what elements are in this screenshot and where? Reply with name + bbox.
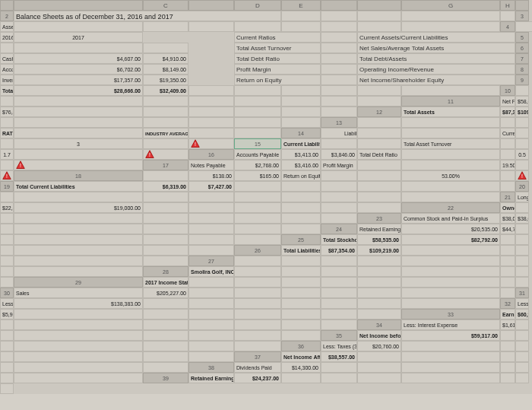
row-hdr[interactable]: 34 xyxy=(357,319,401,330)
cogs-value[interactable]: $138,383.00 xyxy=(14,298,143,309)
cell[interactable] xyxy=(515,85,529,96)
cell[interactable] xyxy=(515,245,529,256)
cell[interactable] xyxy=(234,202,281,213)
tca-2017[interactable]: $32,409.00 xyxy=(143,85,188,96)
cell[interactable] xyxy=(281,373,321,383)
cell[interactable] xyxy=(401,341,500,351)
spreadsheet[interactable]: C D E G H 2 Balance Sheets as of Decembe… xyxy=(0,0,532,394)
col-hdr[interactable] xyxy=(357,0,401,11)
int-value[interactable]: $1,617.00 xyxy=(500,319,515,330)
cell[interactable] xyxy=(14,21,143,32)
cell[interactable] xyxy=(357,266,401,277)
re-2017[interactable]: $44,792.00 xyxy=(500,224,515,234)
row-hdr[interactable]: 38 xyxy=(188,362,234,373)
cell[interactable] xyxy=(357,21,401,32)
cell[interactable] xyxy=(0,138,14,149)
cell[interactable] xyxy=(500,341,515,351)
ap-2017[interactable]: $3,846.00 xyxy=(321,149,357,160)
tcl-2016[interactable]: $6,319.00 xyxy=(143,181,188,192)
cell[interactable] xyxy=(321,21,357,32)
cell[interactable] xyxy=(234,117,281,128)
cell[interactable] xyxy=(143,96,188,106)
cell[interactable] xyxy=(357,85,401,96)
cell[interactable] xyxy=(143,106,188,117)
cell[interactable] xyxy=(143,138,188,149)
cell[interactable] xyxy=(401,362,500,373)
cell[interactable] xyxy=(0,319,14,330)
cell[interactable] xyxy=(321,96,357,106)
cell[interactable] xyxy=(515,319,529,330)
cell[interactable] xyxy=(143,362,188,373)
nibt-value[interactable]: $59,317.00 xyxy=(401,330,500,341)
cell[interactable] xyxy=(401,256,500,266)
tse-2017[interactable]: $82,792.00 xyxy=(401,234,500,245)
row-hdr[interactable]: 5 xyxy=(515,32,529,43)
cell[interactable] xyxy=(515,330,529,341)
cell[interactable] xyxy=(357,181,401,192)
cell[interactable] xyxy=(321,170,357,181)
cell[interactable] xyxy=(357,351,401,362)
cell[interactable] xyxy=(143,330,188,341)
cell[interactable] xyxy=(321,64,357,75)
tse-2016[interactable]: $58,535.00 xyxy=(357,234,401,245)
cell[interactable] xyxy=(188,245,234,256)
cell[interactable] xyxy=(321,32,357,43)
ta-2017[interactable]: $109,219.00 xyxy=(515,106,529,117)
cell[interactable] xyxy=(401,245,500,256)
cell[interactable] xyxy=(0,213,14,224)
row-hdr[interactable]: 13 xyxy=(321,117,357,128)
row-hdr[interactable]: 32 xyxy=(500,298,515,309)
row-hdr[interactable]: 11 xyxy=(401,96,500,106)
row-hdr[interactable]: 33 xyxy=(401,309,500,319)
other-2017[interactable]: $165.00 xyxy=(234,170,281,181)
row-hdr[interactable]: 25 xyxy=(281,234,321,245)
cell[interactable] xyxy=(357,11,401,21)
row-hdr[interactable]: 39 xyxy=(143,373,188,383)
cell[interactable] xyxy=(143,213,188,224)
cell[interactable] xyxy=(500,234,515,245)
cell[interactable] xyxy=(515,202,529,213)
cell[interactable] xyxy=(401,21,500,32)
ar-2017[interactable]: $8,149.00 xyxy=(143,64,188,75)
col-hdr-h[interactable]: H xyxy=(500,0,515,11)
cell[interactable] xyxy=(14,192,143,202)
cell[interactable] xyxy=(14,234,143,245)
cell[interactable] xyxy=(143,117,188,128)
cell[interactable] xyxy=(281,21,321,32)
other-2016[interactable]: $138.00 xyxy=(188,170,234,181)
cell[interactable] xyxy=(500,117,515,128)
cell[interactable] xyxy=(188,192,234,202)
cell[interactable] xyxy=(188,21,234,32)
cell[interactable] xyxy=(14,351,143,362)
row-hdr[interactable]: 28 xyxy=(143,266,188,277)
cell[interactable] xyxy=(500,138,515,149)
cell[interactable] xyxy=(234,330,281,341)
niat-value[interactable]: $38,557.00 xyxy=(321,351,357,362)
row-hdr[interactable]: 8 xyxy=(515,64,529,75)
cell[interactable] xyxy=(515,362,529,373)
ltd-2017[interactable]: $19,000.00 xyxy=(14,202,143,213)
cs-2017[interactable]: $38,000.00 xyxy=(515,213,529,224)
cell[interactable] xyxy=(500,11,515,21)
cell[interactable] xyxy=(14,128,143,138)
row-hdr[interactable]: 35 xyxy=(321,330,357,341)
cell[interactable] xyxy=(515,341,529,351)
cell[interactable] xyxy=(0,277,14,288)
cell[interactable] xyxy=(14,362,143,373)
row-hdr[interactable]: 12 xyxy=(357,106,401,117)
cell[interactable] xyxy=(143,319,188,330)
cell[interactable] xyxy=(14,106,143,117)
cell[interactable] xyxy=(357,192,401,202)
cell[interactable] xyxy=(515,117,529,128)
cash-2016[interactable]: $4,607.00 xyxy=(14,53,143,64)
cell[interactable] xyxy=(234,181,281,192)
row-hdr[interactable]: 36 xyxy=(281,341,321,351)
tlse-2016[interactable]: $87,354.00 xyxy=(321,245,357,256)
cell[interactable] xyxy=(143,309,188,319)
cell[interactable] xyxy=(14,117,143,128)
cell[interactable] xyxy=(188,277,234,288)
cell[interactable] xyxy=(188,202,234,213)
cell[interactable] xyxy=(321,362,357,373)
cell[interactable] xyxy=(401,298,500,309)
row-hdr[interactable]: 9 xyxy=(515,75,529,85)
